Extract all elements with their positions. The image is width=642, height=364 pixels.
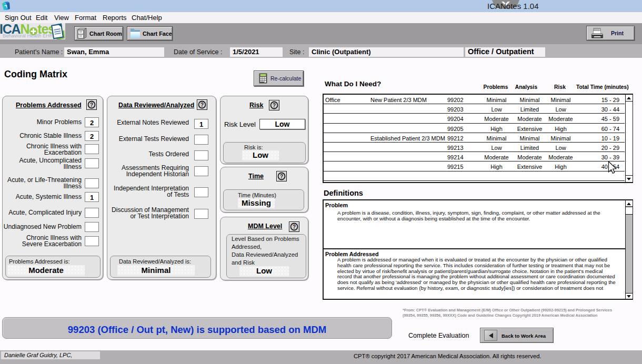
svg-text:?: ? bbox=[280, 174, 283, 179]
svg-text:?: ? bbox=[273, 103, 276, 108]
svg-text:?: ? bbox=[200, 102, 204, 108]
svg-text:?: ? bbox=[293, 224, 296, 230]
svg-text:?: ? bbox=[90, 102, 93, 108]
